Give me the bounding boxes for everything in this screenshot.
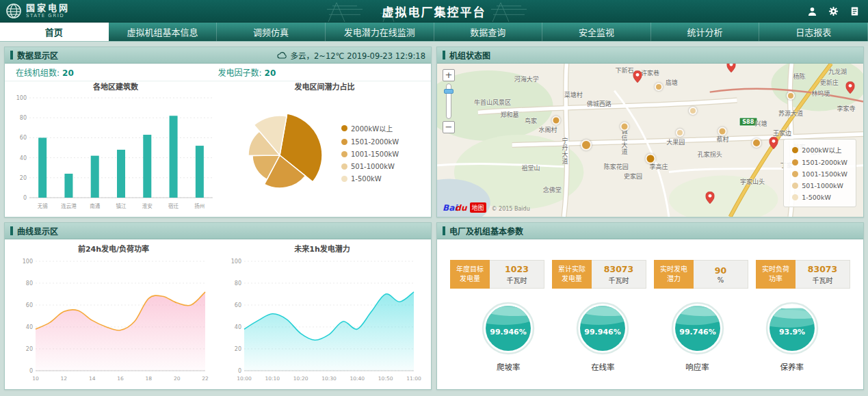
stat-card-3: 实时负荷功率83073千瓦时: [756, 260, 850, 289]
unit-marker-3[interactable]: [620, 122, 629, 131]
dashboard-content: 数据显示区 多云，2~12℃ 2019-09-23 12:9:18 在线机组数:…: [0, 42, 868, 390]
map-place-label-15: 宁丹大道: [560, 137, 569, 165]
map-place-label-31: 宇家山头: [740, 177, 765, 186]
online-units-label: 在线机组数:: [16, 68, 60, 78]
legend-dot-icon: [341, 125, 347, 131]
legend-dot-icon: [792, 171, 798, 177]
legend-dot-icon: [341, 163, 347, 170]
svg-text:99.946%: 99.946%: [585, 328, 621, 336]
zoom-in-button[interactable]: +: [443, 69, 455, 81]
panel-unit-status-map: 机组状态图: [436, 47, 864, 217]
unit-marker-9[interactable]: [787, 92, 795, 100]
legend-label: 2000kW以上: [351, 123, 393, 133]
map-pin-icon-4[interactable]: [633, 70, 642, 85]
legend-label: 1501-2000kW: [802, 159, 847, 166]
panel-curves-header: 曲线显示区: [5, 223, 431, 239]
svg-text:0: 0: [238, 368, 241, 374]
unit-marker-6[interactable]: [718, 127, 727, 135]
past24h-line-chart: 02040608010010121416182022: [14, 254, 213, 386]
gear-icon[interactable]: [828, 6, 839, 16]
bar-chart-title: 各地区建筑数: [9, 81, 222, 92]
nav-item-2[interactable]: 调频仿真: [217, 23, 326, 41]
svg-text:20: 20: [174, 375, 181, 382]
unit-marker-8[interactable]: [752, 138, 761, 148]
map-canvas[interactable]: + − S88 2000kW以上1501-2000kW1001-1500kW50…: [437, 64, 863, 217]
liquid-gauge: 93.9%: [763, 300, 821, 357]
legend-dot-icon: [341, 139, 347, 145]
zoom-slider-handle[interactable]: [444, 89, 453, 94]
nav-item-0[interactable]: 首页: [0, 23, 109, 41]
legend-label: 2000kW以上: [802, 145, 841, 155]
svg-text:16: 16: [117, 375, 124, 382]
map-place-label-11: 佛城西路: [587, 99, 611, 108]
legend-dot-icon: [792, 147, 798, 153]
legend-label: 1001-1500kW: [802, 170, 847, 178]
svg-text:80: 80: [20, 115, 27, 121]
pie-row: 2000kW以上1501-2000kW1001-1500kW501-1000kW…: [222, 92, 427, 213]
weather-status: 多云，2~12℃ 2019-09-23 12:9:18: [277, 50, 425, 61]
zoom-out-button[interactable]: −: [443, 121, 455, 133]
map-pin-icon-0[interactable]: [726, 64, 735, 75]
gauge-label: 保养率: [780, 361, 804, 372]
svg-text:100: 100: [23, 259, 33, 265]
stat-card-label: 年度目标发电量: [450, 260, 490, 289]
nav-item-6[interactable]: 统计分析: [651, 23, 760, 41]
map-place-label-6: 更新庄: [820, 77, 839, 86]
online-units-value: 20: [62, 68, 74, 78]
user-icon[interactable]: [807, 6, 817, 16]
legend-label: 501-1000kW: [351, 163, 395, 170]
svg-text:10:00: 10:00: [237, 375, 252, 382]
nav-item-5[interactable]: 安全监视: [542, 23, 651, 41]
zoom-slider[interactable]: [446, 83, 451, 119]
svg-text:南通: 南通: [90, 202, 100, 209]
unit-marker-5[interactable]: [581, 140, 592, 150]
map-attribution: © 2015 Baidu: [492, 206, 530, 212]
stat-card-unit: %: [718, 276, 724, 284]
baidu-logo: Baidu 地图 © 2015 Baidu: [443, 202, 530, 213]
gauges-row: 99.946%爬坡率99.946%在线率99.746%响应率93.9%保养率: [437, 300, 863, 372]
panel-plant-params: 电厂及机组基本参数 年度目标发电量1023千瓦时累计实际发电量83073千瓦时实…: [436, 222, 864, 390]
legend-dot-icon: [341, 151, 347, 157]
unit-marker-7[interactable]: [645, 153, 655, 163]
map-place-label-5: 九龙湖: [828, 67, 847, 76]
nav-item-7[interactable]: 日志报表: [759, 23, 868, 41]
document-icon[interactable]: [850, 6, 860, 16]
svg-text:20: 20: [26, 346, 33, 352]
nav-item-4[interactable]: 数据查询: [434, 23, 543, 41]
stat-card-value: 83073: [604, 264, 634, 274]
legend-item-0: 2000kW以上: [792, 145, 847, 155]
liquid-gauge: 99.946%: [479, 300, 537, 357]
stat-card-label: 实时发电潜力: [654, 260, 694, 289]
map-place-label-17: 大果园: [666, 137, 685, 146]
panel-title: 机组状态图: [449, 49, 490, 61]
gauge-0: 99.946%爬坡率: [479, 300, 537, 372]
unit-marker-0[interactable]: [655, 83, 663, 91]
svg-text:93.9%: 93.9%: [779, 328, 805, 336]
map-pin-icon-3[interactable]: [705, 192, 714, 206]
map-pin-icon-2[interactable]: [770, 137, 778, 151]
svg-text:18: 18: [146, 375, 153, 382]
map-place-label-12: 郑和墓: [500, 109, 518, 118]
potential-rose-chart: [222, 92, 337, 213]
legend-item-0: 2000kW以上: [341, 123, 399, 133]
generation-factors-value: 20: [265, 68, 276, 78]
map-pin-icon-1[interactable]: [846, 81, 855, 96]
unit-marker-1[interactable]: [689, 107, 697, 115]
state-grid-logo: 国家电网 STATE GRID: [5, 3, 70, 19]
nav-item-1[interactable]: 虚拟机组基本信息: [109, 23, 218, 41]
stat-card-0: 年度目标发电量1023千瓦时: [450, 260, 544, 289]
nav-item-3[interactable]: 发电潜力在线监测: [326, 23, 434, 41]
unit-marker-4[interactable]: [676, 129, 684, 137]
liquid-gauge: 99.946%: [574, 300, 631, 357]
top-header: 国家电网 STATE GRID 虚拟电厂集控平台: [0, 0, 868, 23]
panel-params-body: 年度目标发电量1023千瓦时累计实际发电量83073千瓦时实时发电潜力90%实时…: [437, 239, 863, 389]
panel-data-display-header: 数据显示区 多云，2~12℃ 2019-09-23 12:9:18: [5, 47, 431, 64]
svg-text:0: 0: [23, 195, 27, 201]
stat-card-valuebox: 1023千瓦时: [490, 260, 544, 289]
line-charts-row: 前24h发电/负荷功率 02040608010010121416182022 未…: [5, 239, 431, 386]
unit-marker-2[interactable]: [552, 116, 561, 124]
map-place-label-24: 孔家拐头: [698, 150, 722, 159]
potential-pie-chart-box: 发电区间潜力占比 2000kW以上1501-2000kW1001-1500kW5…: [222, 81, 427, 215]
svg-text:99.746%: 99.746%: [679, 328, 715, 336]
stat-card-value: 90: [715, 265, 726, 276]
